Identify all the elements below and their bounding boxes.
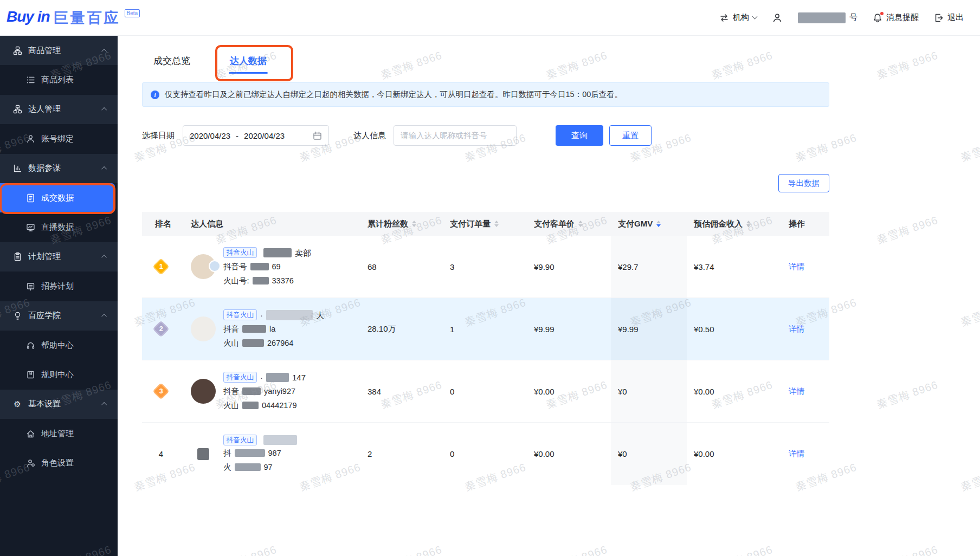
sidebar-item-recruit-plan[interactable]: 招募计划 [0,271,118,301]
action-cell: 详情 [778,262,829,272]
sidebar-item-plan-management[interactable]: 计划管理 [0,242,118,271]
rank-badge-gold: 1 [152,258,169,275]
unit-price: ¥0.00 [530,387,611,396]
reset-button[interactable]: 重置 [609,125,652,146]
gmv-value: ¥29.7 [611,236,687,298]
user-gear-icon [25,458,35,468]
user-icon [25,134,35,144]
sidebar-item-label: 账号绑定 [41,134,74,144]
fans-count: 68 [364,262,446,271]
logout-button[interactable]: 退出 [934,12,964,23]
redacted-id [242,339,264,347]
douyin-id-line: 抖音 yanyi927 [223,385,306,398]
chevron-up-icon [101,49,107,54]
huoshan-id-suffix: 04442179 [262,399,297,412]
sidebar-item-data-advisor[interactable]: 数据参谋 [0,154,118,183]
col-label: 支付客单价 [534,219,575,229]
talent-management-icon [12,105,22,114]
table-row: 3 抖音火山 · 147 抖音 [142,360,829,423]
logout-label: 退出 [947,12,964,23]
board-icon [25,282,35,291]
gmv-value: ¥9.99 [611,298,687,360]
huoshan-id-line: 火山 04442179 [223,399,306,412]
talent-cell: 抖音火山 · 大 抖音 la 火山 [191,309,364,350]
export-data-button[interactable]: 导出数据 [778,174,829,192]
platform-tag: 抖音火山 [223,309,257,320]
talent-data-table: 排名 达人信息 累计粉丝数 支付订单量 支付客单价 支付GMV 预估佣金收入 操… [142,212,829,485]
live-screen-icon [25,223,35,232]
sidebar-item-account-binding[interactable]: 账号绑定 [0,124,118,153]
account-name-suffix: 号 [849,12,858,23]
sidebar-item-transaction-data[interactable]: 成交数据 [0,183,115,212]
col-header-commission[interactable]: 预估佣金收入 [687,219,778,229]
info-icon: i [151,90,159,99]
sidebar-item-label: 计划管理 [28,251,61,262]
talent-name-line: 抖音火山 卖部 [223,247,311,259]
rank-number: 4 [155,449,167,458]
sidebar-item-academy[interactable]: 百应学院 [0,301,118,331]
douyin-id-suffix: 987 [268,447,281,460]
col-header-action: 操作 [778,219,829,229]
export-row: 导出数据 [142,174,829,192]
sort-carets-icon[interactable] [656,221,661,228]
col-header-orders[interactable]: 支付订单量 [446,219,530,229]
logo-text-en: Buy in [7,8,50,25]
query-button[interactable]: 查询 [556,125,603,146]
bell-icon [873,13,882,23]
calendar-icon [313,131,322,140]
sidebar: 商品管理 商品列表 达人管理 账号绑定 数据参谋 成交数据 直播数据 [0,36,118,556]
detail-link[interactable]: 详情 [789,325,804,333]
col-label: 预估佣金收入 [694,219,743,229]
col-header-rank: 排名 [142,219,191,229]
sidebar-item-role-settings[interactable]: 角色设置 [0,448,118,477]
sidebar-item-rules-center[interactable]: 规则中心 [0,360,118,389]
profile-button[interactable] [772,12,783,23]
date-range-picker[interactable]: 2020/04/23 - 2020/04/23 [183,125,329,146]
sort-carets-icon[interactable] [746,221,751,228]
detail-link[interactable]: 详情 [789,449,804,458]
chevron-up-icon [101,402,107,408]
sidebar-item-basic-settings[interactable]: ⚙ 基本设置 [0,390,118,419]
action-cell: 详情 [778,324,829,334]
talent-cell: 抖音火山 卖部 抖音号 69 火山号: [191,247,364,287]
gmv-value: ¥0 [611,360,687,422]
org-switcher[interactable]: 机构 [719,12,757,23]
sidebar-item-product-list[interactable]: 商品列表 [0,65,118,94]
notifications-button[interactable]: 消息提醒 [873,12,919,23]
chevron-up-icon [101,166,107,172]
col-header-fans[interactable]: 累计粉丝数 [364,219,446,229]
bar-chart-icon [12,164,22,173]
detail-link[interactable]: 详情 [789,387,804,396]
col-header-unit-price[interactable]: 支付客单价 [530,219,611,229]
headset-icon [25,341,35,350]
fans-count: 384 [364,387,446,396]
book-icon [25,370,35,379]
douyin-id-suffix: 69 [272,261,281,273]
huoshan-id-suffix: 33376 [272,275,294,287]
tab-transaction-overview[interactable]: 成交总览 [153,48,190,74]
col-header-gmv[interactable]: 支付GMV [611,219,687,229]
sidebar-item-label: 商品管理 [28,46,61,56]
action-cell: 详情 [778,386,829,397]
sidebar-item-talent-management[interactable]: 达人管理 [0,95,118,124]
tab-talent-data[interactable]: 达人数据 [230,48,267,74]
sidebar-item-address-management[interactable]: 地址管理 [0,419,118,448]
talent-search-input[interactable] [394,125,517,146]
sort-carets-icon[interactable] [578,221,583,228]
sort-carets-icon[interactable] [494,221,499,228]
avatar [191,254,216,279]
sort-carets-icon[interactable] [412,221,416,228]
sidebar-item-help-center[interactable]: 帮助中心 [0,331,118,360]
header-actions: 机构 号 消息提醒 [719,12,964,23]
paid-orders: 3 [446,262,530,271]
detail-link[interactable]: 详情 [789,262,804,271]
redacted-name [263,248,292,257]
huoshan-id-prefix: 火 [223,461,231,474]
sidebar-item-product-management[interactable]: 商品管理 [0,36,118,65]
top-header: Buy in 巨量百应 Beta 机构 号 [0,0,980,36]
table-row: 2 抖音火山 · 大 抖音 [142,298,829,360]
sidebar-item-live-data[interactable]: 直播数据 [0,212,118,242]
talent-name: 卖部 [295,247,311,259]
document-icon [25,193,35,203]
logout-icon [934,13,944,23]
